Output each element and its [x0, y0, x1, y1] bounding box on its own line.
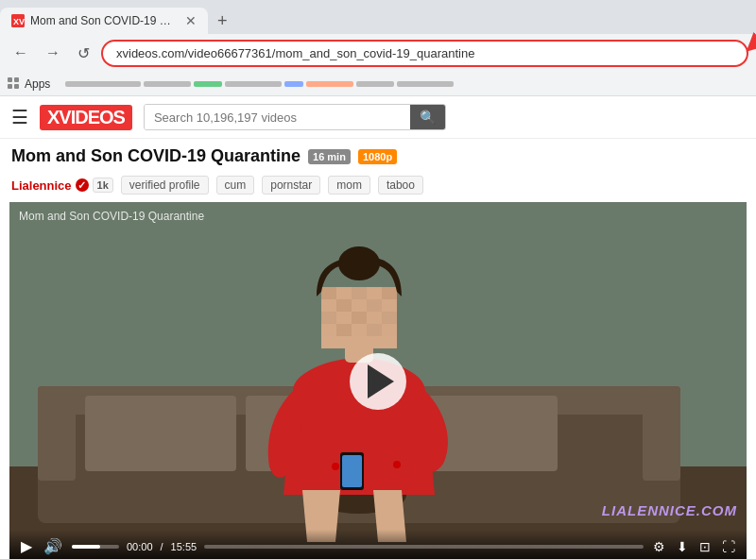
svg-rect-25 [336, 287, 352, 299]
bookmark-item[interactable] [194, 81, 222, 87]
svg-rect-37 [367, 312, 382, 324]
watermark: LIALENNICE.COM [602, 502, 737, 518]
hamburger-icon[interactable]: ☰ [11, 106, 28, 128]
bookmark-item[interactable] [397, 81, 454, 87]
svg-point-44 [338, 246, 380, 280]
reload-button[interactable]: ↺ [72, 41, 95, 66]
video-title: Mom and Son COVID-19 Quarantine 16 min 1… [11, 146, 745, 166]
back-button[interactable]: ← [8, 41, 34, 65]
volume-button[interactable]: 🔊 [42, 537, 64, 555]
play-icon [368, 364, 394, 398]
svg-rect-38 [382, 312, 397, 324]
svg-rect-4 [14, 77, 19, 82]
video-title-text: Mom and Son COVID-19 Quarantine [11, 146, 301, 166]
bookmarks-bar: Apps [0, 72, 756, 96]
svg-rect-36 [352, 312, 367, 324]
red-arrow-indicator [734, 19, 756, 60]
tab-title: Mom and Son COVID-19 Quar... [30, 14, 176, 27]
svg-rect-29 [321, 299, 336, 312]
site-logo[interactable]: XVIDEOS [40, 105, 132, 130]
svg-rect-33 [382, 299, 397, 312]
svg-rect-6 [14, 84, 19, 89]
bookmark-item[interactable] [284, 81, 303, 87]
bookmark-item[interactable] [144, 81, 191, 87]
video-controls: ▶ 🔊 00:00 / 15:55 ⚙ ⬇ ⊡ ⛶ [9, 530, 747, 559]
svg-rect-18 [85, 396, 236, 471]
apps-label[interactable]: Apps [25, 77, 50, 91]
forward-button[interactable]: → [40, 41, 66, 65]
svg-rect-46 [342, 455, 362, 487]
site-header: ☰ XVIDEOS 🔍 [0, 96, 756, 139]
duration-badge: 16 min [308, 149, 351, 164]
bookmark-item[interactable] [225, 81, 282, 87]
bookmark-item[interactable] [65, 81, 141, 87]
time-separator: / [161, 541, 163, 552]
search-button[interactable]: 🔍 [410, 105, 445, 129]
video-player[interactable]: Mom and Son COVID-19 Quarantine [9, 202, 747, 559]
volume-fill [72, 545, 100, 549]
tag-pornstar[interactable]: pornstar [262, 176, 320, 195]
svg-rect-41 [352, 324, 367, 336]
svg-rect-28 [382, 287, 397, 299]
svg-point-47 [332, 463, 339, 470]
download-button[interactable]: ⬇ [675, 539, 690, 554]
svg-rect-5 [8, 84, 12, 89]
apps-bookmark: Apps [8, 77, 50, 91]
search-icon: 🔍 [420, 110, 436, 125]
tags-row: Lialennice ✓ 1k verified profile cum por… [0, 172, 756, 198]
svg-point-48 [393, 461, 401, 468]
video-overlay-title: Mom and Son COVID-19 Quarantine [19, 210, 204, 223]
bookmark-items [65, 81, 748, 87]
tab-favicon: XV [11, 14, 25, 27]
logo-x: X [47, 107, 59, 127]
tag-cum[interactable]: cum [216, 176, 255, 195]
progress-bar[interactable] [204, 545, 644, 549]
svg-rect-17 [643, 386, 680, 481]
time-current: 00:00 [127, 541, 153, 552]
play-pause-button[interactable]: ▶ [19, 537, 34, 555]
video-title-area: Mom and Son COVID-19 Quarantine 16 min 1… [0, 139, 756, 172]
bookmark-item[interactable] [306, 81, 353, 87]
pip-button[interactable]: ⊡ [697, 539, 713, 554]
svg-rect-3 [8, 77, 12, 82]
subscriber-badge: 1k [93, 178, 113, 193]
svg-rect-42 [367, 324, 382, 336]
verified-icon: ✓ [76, 178, 89, 192]
address-bar-wrap [101, 40, 748, 67]
svg-rect-34 [321, 312, 336, 324]
svg-rect-40 [336, 324, 352, 336]
svg-rect-43 [382, 324, 397, 336]
channel-name: Lialennice [11, 178, 72, 193]
tag-verified-profile[interactable]: verified profile [121, 176, 209, 195]
quality-badge: 1080p [358, 149, 397, 164]
address-bar-input[interactable] [101, 40, 748, 67]
play-button[interactable] [350, 353, 406, 410]
active-tab[interactable]: XV Mom and Son COVID-19 Quar... ✕ [0, 8, 208, 34]
svg-rect-39 [321, 324, 336, 336]
tab-bar: XV Mom and Son COVID-19 Quar... ✕ + [0, 0, 756, 34]
search-form: 🔍 [144, 104, 446, 130]
svg-rect-30 [336, 299, 352, 312]
fullscreen-button[interactable]: ⛶ [720, 539, 737, 554]
svg-rect-16 [38, 386, 76, 481]
volume-slider[interactable] [72, 545, 119, 549]
logo-videos: VIDEOS [59, 107, 125, 127]
svg-rect-24 [321, 287, 336, 299]
svg-rect-26 [352, 287, 367, 299]
svg-rect-31 [352, 299, 367, 312]
svg-rect-32 [367, 299, 382, 312]
address-bar-row: ← → ↺ [0, 34, 756, 72]
bookmark-item[interactable] [356, 81, 394, 87]
time-total: 15:55 [171, 541, 198, 552]
search-input[interactable] [145, 105, 410, 129]
apps-grid-icon [8, 77, 21, 91]
svg-text:XV: XV [13, 17, 25, 26]
svg-rect-35 [336, 312, 352, 324]
tab-close-button[interactable]: ✕ [185, 13, 197, 28]
new-tab-button[interactable]: + [212, 11, 233, 31]
tag-taboo[interactable]: taboo [378, 176, 423, 195]
tag-mom[interactable]: mom [328, 176, 370, 195]
svg-rect-27 [367, 287, 382, 299]
settings-button[interactable]: ⚙ [651, 539, 667, 554]
channel-link[interactable]: Lialennice ✓ 1k [11, 178, 113, 193]
